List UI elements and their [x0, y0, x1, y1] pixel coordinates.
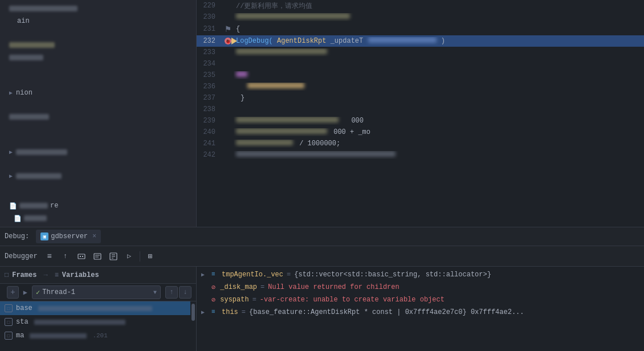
var-name: _disk_map — [220, 283, 257, 291]
line-number: 232 — [197, 37, 222, 45]
code-line-240: 240 000 + _mo — [197, 126, 644, 138]
line-gutter: 🐞 — [222, 38, 234, 44]
tree-item[interactable]: 📄 re — [0, 199, 196, 212]
tree-item[interactable]: 📄 — [0, 212, 196, 225]
add-frame-btn[interactable]: + — [7, 286, 19, 299]
frames-title: Frames — [12, 271, 36, 279]
toolbar-btn-watch[interactable] — [90, 249, 105, 264]
var-type-icon: ≡ — [211, 308, 219, 315]
line-content: { — [234, 25, 644, 33]
var-name: tmpAgentIo._vec — [222, 271, 283, 279]
frame-item-base[interactable]: □ base — [0, 301, 190, 315]
thread-dropdown[interactable]: ✓ Thread-1 ▼ — [32, 285, 161, 299]
thread-selector: + ▶ ✓ Thread-1 ▼ ↑ ↓ — [0, 284, 196, 301]
line-number: 234 — [197, 60, 222, 68]
session-icon: ▣ — [40, 232, 48, 240]
line-number: 231 — [197, 25, 222, 33]
line-number: 229 — [197, 2, 222, 10]
variables-title: Variables — [62, 271, 99, 279]
main-container: ain ▶ nion — [0, 0, 644, 351]
tree-item[interactable] — [0, 111, 196, 123]
line-content: //更新利用率，请求均值 — [234, 1, 644, 11]
var-equals: = — [242, 308, 246, 316]
frames-main: □ base □ sta □ ma .201 — [0, 301, 190, 351]
line-number: 240 — [197, 128, 222, 136]
frame-icon: □ — [5, 318, 13, 326]
toolbar-btn-play[interactable]: ▷ — [122, 249, 137, 264]
line-content — [234, 151, 644, 159]
line-content — [234, 48, 644, 56]
code-line-232: 232 🐞 LogDebug( AgentDiskRpt _updateT ) — [197, 35, 644, 47]
var-expand-icon[interactable]: ▶ — [201, 309, 209, 316]
toolbar-btn-grid[interactable]: ⊞ — [143, 249, 158, 264]
var-error-value: Null value returned for children — [268, 283, 399, 291]
frame-item-sta[interactable]: □ sta — [0, 315, 190, 329]
tree-item[interactable]: ain — [0, 15, 196, 27]
line-content: } — [234, 94, 644, 102]
line-number: 239 — [197, 117, 222, 125]
var-item-this: ▶ ≡ this = {base_feature::AgentDiskRpt *… — [197, 307, 644, 319]
tree-item[interactable] — [0, 39, 196, 51]
var-equals: = — [260, 283, 264, 291]
line-number: 236 — [197, 83, 222, 91]
line-content — [234, 83, 644, 91]
toolbar-btn-step[interactable] — [106, 249, 121, 264]
debug-label: Debug: — [5, 232, 29, 240]
tree-item[interactable] — [0, 51, 196, 64]
panel-separator: → — [43, 271, 47, 279]
debug-bar: Debug: ▣ gdbserver × — [0, 227, 644, 246]
toolbar-btn-up[interactable]: ↑ — [58, 249, 73, 264]
var-equals: = — [287, 271, 291, 279]
editor-area: ain ▶ nion — [0, 0, 644, 227]
session-name: gdbserver — [51, 232, 88, 240]
var-equals: = — [252, 296, 256, 304]
frame-item-ma[interactable]: □ ma .201 — [0, 329, 190, 342]
tree-item[interactable] — [0, 2, 196, 15]
line-number: 242 — [197, 151, 222, 159]
code-line-230: 230 — [197, 11, 644, 23]
thread-down-btn[interactable]: ↓ — [179, 286, 191, 299]
var-item-diskmap: ⊘ _disk_map = Null value returned for ch… — [197, 281, 644, 294]
line-content-232: LogDebug( AgentDiskRpt _updateT ) — [234, 37, 644, 45]
toolbar-btn-list[interactable]: ≡ — [42, 249, 57, 264]
debug-session[interactable]: ▣ gdbserver × — [36, 230, 101, 243]
code-line-242: 242 — [197, 149, 644, 161]
scroll-track — [190, 301, 196, 351]
frames-panel: □ Frames → ≡ Variables + ▶ ✓ Thread-1 ▼ — [0, 267, 197, 351]
line-number: 237 — [197, 94, 222, 102]
thread-up-btn[interactable]: ↑ — [165, 286, 178, 299]
line-content: / 1000000; — [234, 140, 644, 148]
svg-rect-3 — [94, 254, 101, 259]
code-line-237: 237 } — [197, 92, 644, 104]
tree-item[interactable]: ▶ — [0, 170, 196, 182]
var-expand-icon[interactable]: ▶ — [201, 271, 209, 278]
code-line-231: 231 ⚑ { — [197, 23, 644, 35]
breakpoint-icon: 🐞 — [225, 38, 231, 44]
debugger-toolbar: Debugger ≡ ↑ ▷ ⊞ — [0, 246, 644, 267]
debug-close-btn[interactable]: × — [92, 232, 96, 240]
code-line-233: 233 — [197, 47, 644, 58]
svg-rect-1 — [80, 256, 81, 257]
var-list: ▶ ≡ tmpAgentIo._vec = {std::vector<std::… — [197, 267, 644, 351]
var-item-syspath: ⊘ syspath = -var-create: unable to creat… — [197, 294, 644, 307]
thread-name: Thread-1 — [42, 288, 75, 296]
line-content — [234, 71, 644, 79]
frame-icon: □ — [5, 332, 13, 340]
panel-header: □ Frames → ≡ Variables — [0, 267, 196, 284]
code-line-241: 241 / 1000000; — [197, 138, 644, 149]
var-value: {std::vector<std::basic_string, std::all… — [294, 271, 491, 279]
code-line-229: 229 //更新利用率，请求均值 — [197, 0, 644, 11]
line-gutter: ⚑ — [222, 23, 234, 35]
svg-rect-2 — [82, 256, 83, 257]
line-number: 241 — [197, 140, 222, 148]
scroll-thumb[interactable] — [191, 304, 195, 321]
tree-item[interactable]: ▶ — [0, 146, 196, 158]
line-number: 230 — [197, 13, 222, 21]
toolbar-btn-memory[interactable] — [74, 249, 89, 264]
code-line-235: 235 — [197, 70, 644, 81]
variables-panel: ▶ ≡ tmpAgentIo._vec = {std::vector<std::… — [197, 267, 644, 351]
tree-item[interactable]: ▶ nion — [0, 87, 196, 99]
var-error-value: -var-create: unable to create variable o… — [260, 296, 445, 304]
variables-icon: ≡ — [55, 271, 59, 279]
var-name: this — [222, 308, 238, 316]
